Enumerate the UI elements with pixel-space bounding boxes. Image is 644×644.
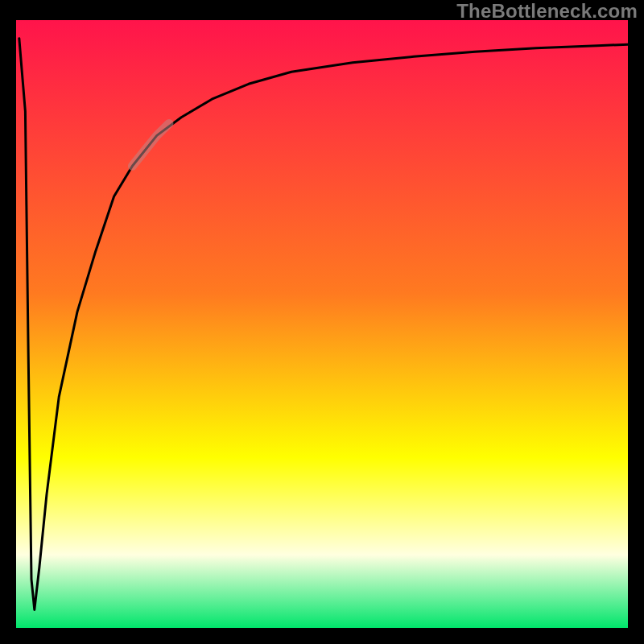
stage: TheBottleneck.com: [0, 0, 644, 644]
watermark-text: TheBottleneck.com: [456, 0, 638, 23]
chart-background: [16, 20, 628, 628]
bottleneck-chart: [0, 0, 644, 644]
